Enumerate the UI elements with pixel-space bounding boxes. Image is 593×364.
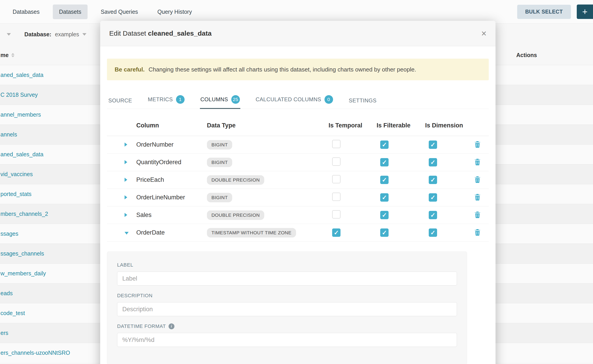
- datetime-format-input[interactable]: [117, 333, 457, 347]
- tab-settings[interactable]: SETTINGS: [348, 94, 377, 109]
- is-dimension-checkbox[interactable]: [429, 193, 437, 202]
- expand-caret-icon[interactable]: [125, 213, 127, 217]
- database-filter-caret-icon[interactable]: [82, 33, 86, 36]
- modal-header: Edit Dataset cleaned_sales_data ×: [100, 21, 495, 46]
- tab-calculated-columns[interactable]: CALCULATED COLUMNS 0: [255, 92, 334, 109]
- expand-caret-icon[interactable]: [125, 232, 129, 234]
- delete-column-button[interactable]: [474, 211, 481, 219]
- close-icon[interactable]: ×: [481, 29, 487, 38]
- data-type-header: Data Type: [207, 122, 329, 129]
- tab-metrics[interactable]: METRICS 1: [147, 92, 185, 109]
- database-filter-value[interactable]: examples: [55, 31, 79, 38]
- is-temporal-checkbox[interactable]: [332, 175, 341, 183]
- is-temporal-checkbox[interactable]: [332, 228, 341, 237]
- delete-column-button[interactable]: [474, 176, 481, 184]
- truncated-filter-caret-icon[interactable]: [7, 33, 11, 36]
- dataset-link[interactable]: C 2018 Survey: [0, 91, 38, 98]
- label-input[interactable]: [117, 272, 457, 286]
- trash-icon: [474, 158, 481, 166]
- tab-columns[interactable]: COLUMNS 25: [200, 92, 240, 109]
- is-temporal-checkbox[interactable]: [332, 157, 341, 166]
- data-type-pill: DOUBLE PRECISION: [207, 175, 264, 185]
- dataset-link[interactable]: annels: [0, 131, 17, 138]
- column-header: Column: [136, 122, 207, 129]
- dataset-link[interactable]: aned_sales_data: [0, 151, 43, 158]
- delete-column-button[interactable]: [474, 141, 481, 149]
- is-temporal-checkbox[interactable]: [332, 193, 341, 201]
- delete-column-button[interactable]: [474, 158, 481, 166]
- actions-column-header: Actions: [516, 52, 537, 58]
- expand-caret-icon[interactable]: [125, 143, 127, 147]
- dataset-link[interactable]: ported_stats: [0, 191, 32, 197]
- dataset-link[interactable]: aned_sales_data: [0, 72, 43, 78]
- is-dimension-checkbox[interactable]: [429, 228, 437, 237]
- bulk-select-button[interactable]: BULK SELECT: [517, 5, 571, 19]
- database-filter-label: Database:: [24, 31, 52, 38]
- is-filterable-checkbox[interactable]: [380, 141, 389, 149]
- column-name: PriceEach: [136, 176, 207, 183]
- tab-source[interactable]: SOURCE: [108, 94, 132, 109]
- modal-title-prefix: Edit Dataset: [109, 30, 148, 37]
- nav-tab-saved-queries[interactable]: Saved Queries: [94, 5, 144, 19]
- expand-caret-icon[interactable]: [125, 195, 127, 199]
- column-detail-panel: LABEL DESCRIPTION DATETIME FORMAT i: [107, 252, 467, 364]
- dataset-link[interactable]: w_members_daily: [0, 270, 46, 277]
- dataset-link[interactable]: code_test: [0, 310, 25, 316]
- sort-icon[interactable]: [11, 53, 14, 57]
- tab-count-badge: 1: [176, 95, 184, 104]
- tab-label: COLUMNS: [200, 96, 228, 103]
- trash-icon: [474, 229, 481, 236]
- info-icon: i: [169, 323, 174, 329]
- nav-tab-datasets[interactable]: Datasets: [53, 5, 88, 19]
- is-dimension-checkbox[interactable]: [429, 141, 437, 149]
- dataset-link[interactable]: ssages: [0, 230, 18, 237]
- dataset-link[interactable]: ers_channels-uzooNNtSRO: [0, 350, 70, 356]
- delete-column-button[interactable]: [474, 194, 481, 202]
- column-row: OrderDate TIMESTAMP WITHOUT TIME ZONE: [107, 224, 489, 241]
- is-filterable-checkbox[interactable]: [380, 176, 389, 184]
- is-dimension-checkbox[interactable]: [429, 211, 437, 219]
- is-temporal-header: Is Temporal: [329, 122, 377, 129]
- data-type-pill: DOUBLE PRECISION: [207, 210, 264, 220]
- data-type-pill: BIGINT: [207, 140, 232, 150]
- add-dataset-button[interactable]: +: [577, 5, 593, 19]
- is-filterable-checkbox[interactable]: [380, 211, 389, 219]
- is-dimension-checkbox[interactable]: [429, 176, 437, 184]
- name-header-label: me: [0, 52, 9, 58]
- is-filterable-checkbox[interactable]: [380, 158, 389, 166]
- is-filterable-checkbox[interactable]: [380, 228, 389, 237]
- trash-icon: [474, 176, 481, 183]
- expand-caret-icon[interactable]: [125, 160, 127, 164]
- dataset-link[interactable]: mbers_channels_2: [0, 211, 48, 217]
- tab-label: SETTINGS: [349, 98, 377, 104]
- name-column-header[interactable]: me: [0, 52, 14, 58]
- data-type-pill: BIGINT: [207, 158, 232, 167]
- nav-tab-databases[interactable]: Databases: [6, 5, 46, 19]
- column-name: OrderDate: [136, 229, 207, 236]
- trash-icon: [474, 141, 481, 148]
- expand-caret-icon[interactable]: [125, 178, 127, 182]
- modal-tabs: SOURCE METRICS 1 COLUMNS 25 CALCULATED C…: [107, 92, 489, 109]
- column-name: OrderNumber: [136, 141, 207, 148]
- column-name: Sales: [136, 212, 207, 219]
- dataset-link[interactable]: annel_members: [0, 111, 41, 118]
- is-temporal-checkbox[interactable]: [332, 210, 341, 219]
- nav-tab-query-history[interactable]: Query History: [151, 5, 198, 19]
- description-input[interactable]: [117, 302, 457, 316]
- column-row: QuantityOrdered BIGINT: [107, 154, 489, 171]
- dataset-link[interactable]: eads: [0, 290, 13, 297]
- tab-label: METRICS: [148, 96, 173, 103]
- is-filterable-header: Is Filterable: [377, 122, 425, 129]
- is-filterable-checkbox[interactable]: [380, 193, 389, 202]
- delete-column-button[interactable]: [474, 229, 481, 237]
- dataset-link[interactable]: vid_vaccines: [0, 171, 33, 177]
- trash-icon: [474, 211, 481, 218]
- is-temporal-checkbox[interactable]: [332, 140, 341, 148]
- dataset-link[interactable]: ssages_channels: [0, 250, 44, 257]
- dataset-link[interactable]: ers: [0, 330, 8, 336]
- nav-tabs: DatabasesDatasetsSaved QueriesQuery Hist…: [6, 5, 198, 19]
- modal-title: Edit Dataset cleaned_sales_data: [109, 30, 212, 37]
- datetime-format-field-label: DATETIME FORMAT i: [117, 323, 457, 329]
- is-dimension-checkbox[interactable]: [429, 158, 437, 166]
- columns-rows: OrderNumber BIGINT: [107, 136, 489, 241]
